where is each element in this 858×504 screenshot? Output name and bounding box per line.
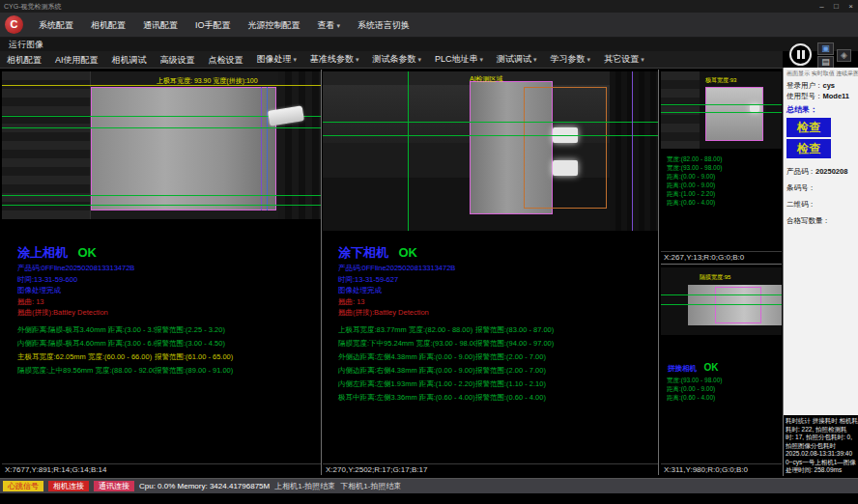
measurement-line: 宽度:(82.00 - 88.00) bbox=[661, 154, 782, 163]
model-value: Mode11 bbox=[823, 92, 850, 100]
tab-item[interactable]: 基准线参数▾ bbox=[303, 50, 366, 69]
result-text-upper: 涂上相机 OK 产品码:0FFline2025020813313472B 时间:… bbox=[2, 243, 321, 378]
tab-item[interactable]: 测试调试▾ bbox=[490, 50, 544, 69]
menu-item[interactable]: 查看▾ bbox=[309, 13, 350, 37]
side-top-lines: 宽度:(82.00 - 88.00) 宽度:(93.00 - 98.00) 距离… bbox=[661, 154, 782, 207]
measurement-value: 隔膜宽度:下中95.24mm 宽度:(93.00 - 98.00) bbox=[323, 337, 475, 350]
measurement-row: 隔膜宽度:上中89.56mm 宽度:(88.00 - 92.00) 报警范围:(… bbox=[2, 364, 321, 378]
measurement-row: 上极耳宽度:83.77mm 宽度:(82.00 - 88.00) 报警范围:(8… bbox=[323, 323, 658, 337]
minimize-button[interactable]: – bbox=[815, 0, 829, 13]
camera-image-upper[interactable]: 上极耳宽度: 93.90 宽度(拼接):100 bbox=[2, 71, 321, 219]
product-code-label: 产品码： bbox=[786, 167, 815, 176]
menu-item[interactable]: 系统语言切换 bbox=[349, 13, 418, 37]
measure-line bbox=[408, 71, 409, 231]
measurement-value: 极耳中距离:左侧3.36mm 距离:(0.60 - 4.00) bbox=[323, 391, 475, 405]
menu-bar: C 系统配置 相机配置 通讯配置 IO手配置 光源控制配置 查看▾ 系统语言切换 bbox=[0, 13, 858, 38]
title-bar: CYG-视觉检测系统 – □ × bbox=[0, 0, 858, 13]
machinery-background bbox=[278, 71, 321, 219]
process-done-line: 图像处理完成 bbox=[323, 285, 658, 296]
measurement-line: 距离:(0.60 - 4.00) bbox=[661, 198, 782, 207]
stats-line: 耗时: 222, 拍照检测耗 bbox=[786, 426, 856, 434]
warp-splice-line: 翘曲(拼接):Battley Detection bbox=[323, 307, 658, 319]
chevron-down-icon: ▾ bbox=[356, 56, 359, 63]
measurement-value: 隔膜宽度:上中89.56mm 宽度:(88.00 - 92.00) bbox=[2, 364, 155, 378]
measure-line bbox=[661, 112, 782, 113]
tab-item[interactable]: 相机调试 bbox=[105, 51, 154, 69]
measurement-row: 内侧边距离:右侧4.38mm 距离:(0.00 - 9.00) 报警范围:(2.… bbox=[323, 364, 658, 378]
menu-item[interactable]: 通讯配置 bbox=[134, 13, 186, 37]
tab-item[interactable]: 其它设置▾ bbox=[597, 50, 651, 69]
menu-item[interactable]: IO手配置 bbox=[186, 13, 240, 37]
process-done-line: 图像处理完成 bbox=[2, 285, 321, 296]
tab-item[interactable]: PLC地址串▾ bbox=[428, 50, 490, 69]
measurement-rows: 上极耳宽度:83.77mm 宽度:(82.00 - 88.00) 报警范围:(8… bbox=[323, 323, 658, 405]
machinery-background bbox=[610, 71, 658, 231]
barcode-label: 条码号： bbox=[786, 182, 855, 193]
tab-item[interactable]: 图像处理▾ bbox=[250, 50, 304, 69]
menu-item[interactable]: 相机配置 bbox=[82, 13, 134, 37]
measure-line bbox=[323, 135, 658, 136]
model-row: 使用型号：Mode11 bbox=[786, 91, 855, 101]
camera-icon: ▣ bbox=[821, 43, 830, 53]
camera-panel-lower: AI检测区域 涂下相机 OK 产品码:0FFline20250208133134… bbox=[323, 70, 658, 475]
qrcode-label: 二维码： bbox=[786, 199, 855, 210]
lower-camera-status: 下相机1-拍照结束 bbox=[340, 481, 401, 491]
cpu-memory-status: Cpu: 0.0% Memory: 3424.41796875M bbox=[139, 482, 270, 490]
maximize-button[interactable]: □ bbox=[829, 0, 844, 13]
side-bottom-lines: 宽度:(93.00 - 98.00) 距离:(0.00 - 9.00) 距离:(… bbox=[661, 376, 782, 402]
camera-image-lower[interactable]: AI检测区域 bbox=[323, 71, 658, 231]
model-label: 使用型号： bbox=[786, 92, 823, 100]
stats-line: 0~cys一号上相机1—图像 bbox=[786, 459, 856, 467]
measurement-line: 距离:(1.00 - 2.20) bbox=[661, 189, 782, 198]
tab-item[interactable]: 测试条参数▾ bbox=[366, 50, 429, 69]
camera-result-title: 拼接相机 OK bbox=[661, 360, 718, 372]
menu-items: 系统配置 相机配置 通讯配置 IO手配置 光源控制配置 查看▾ 系统语言切换 bbox=[30, 13, 418, 37]
status-bar: 心跳信号 相机连接 通讯连接 Cpu: 0.0% Memory: 3424.41… bbox=[0, 479, 858, 493]
overlay-label: AI检测区域 bbox=[470, 74, 503, 84]
tab-item[interactable]: 高级设置 bbox=[154, 51, 202, 69]
pause-button[interactable] bbox=[789, 43, 812, 66]
alarm-range: 报警范围:(83.00 - 87.00) bbox=[475, 323, 658, 337]
pixel-coords-lower: X:270,Y:2502;R:17;G:17;B:17 bbox=[323, 463, 658, 475]
result-text-lower: 涂下相机 OK 产品码:0FFline2025020813313472B 时间:… bbox=[323, 243, 658, 405]
chevron-down-icon: ▾ bbox=[533, 56, 537, 63]
camera-image-side-bottom[interactable]: 隔膜宽度:95 bbox=[661, 267, 782, 335]
measurement-value: 上极耳宽度:83.77mm 宽度:(82.00 - 88.00) bbox=[323, 323, 475, 337]
ok-status: OK bbox=[703, 362, 718, 373]
camera-connection-badge: 相机连接 bbox=[48, 481, 89, 491]
stats-line: 处理时间: 258.09ms bbox=[786, 466, 856, 475]
time-line: 时间:13-31-59-627 bbox=[323, 274, 658, 286]
tab-item[interactable]: 相机配置 bbox=[0, 51, 48, 69]
tab-item[interactable]: AI使用配置 bbox=[48, 51, 105, 69]
product-code-value: 20250208 bbox=[815, 167, 847, 176]
alarm-range: 报警范围:(94.00 - 97.00) bbox=[475, 337, 658, 350]
panel-divider bbox=[658, 70, 659, 475]
alarm-range: 报警范围:(1.10 - 2.10) bbox=[475, 378, 658, 391]
measurement-line: 距离:(0.00 - 9.00) bbox=[661, 181, 782, 189]
product-code-line: 产品码:0FFline2025020813313472B bbox=[2, 263, 321, 274]
overlay-label: 极耳宽度:93 bbox=[705, 76, 736, 85]
camera-capture-button[interactable]: ▣ bbox=[817, 42, 834, 55]
menu-item[interactable]: 系统配置 bbox=[30, 13, 82, 37]
camera-image-side-top[interactable]: 极耳宽度:93 bbox=[661, 71, 782, 149]
alarm-range: 报警范围:(61.00 - 65.00) bbox=[155, 350, 321, 364]
overlay-label: 隔膜宽度:95 bbox=[700, 273, 730, 282]
camera-name: 涂上相机 bbox=[17, 245, 68, 260]
close-button[interactable]: × bbox=[844, 0, 858, 13]
tab-item[interactable]: 学习参数▾ bbox=[544, 50, 598, 69]
warp-line: 翘曲: 13 bbox=[323, 296, 658, 308]
stats-line: 2025.02.08-13:31:39:40 bbox=[786, 450, 856, 459]
login-user-value: cys bbox=[823, 81, 836, 90]
ok-status: OK bbox=[77, 245, 97, 260]
settings-small-button[interactable]: ◈ bbox=[837, 49, 851, 62]
chevron-down-icon: ▾ bbox=[294, 56, 298, 63]
tab-item[interactable]: 点检设置 bbox=[202, 51, 250, 69]
measurement-value: 内侧左距离:左侧1.93mm 距离:(1.00 - 2.20) bbox=[323, 378, 475, 391]
measurement-line: 距离:(0.00 - 9.00) bbox=[661, 384, 782, 393]
heartbeat-status-badge: 心跳信号 bbox=[3, 481, 43, 491]
time-line: 时间:13-31-59-600 bbox=[2, 274, 321, 286]
menu-item[interactable]: 光源控制配置 bbox=[240, 13, 309, 37]
detection-roi-box bbox=[715, 287, 761, 323]
measure-line bbox=[2, 127, 321, 128]
measure-line bbox=[2, 205, 321, 206]
